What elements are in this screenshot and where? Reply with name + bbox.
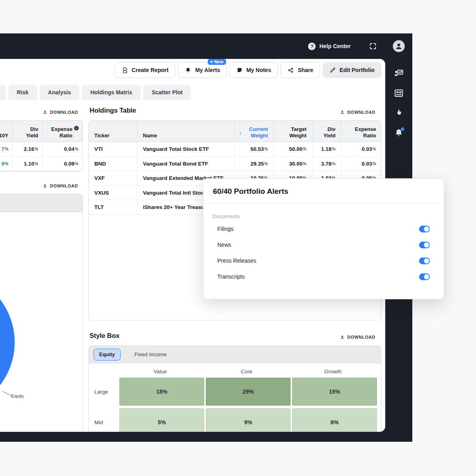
edit-portfolio-button[interactable]: Edit Portfolio xyxy=(323,62,381,78)
alert-label: Press Releases xyxy=(217,258,256,264)
news-toggle[interactable] xyxy=(419,242,430,248)
share-icon xyxy=(287,67,294,74)
style-box-tab-fixed-income[interactable]: Fixed Income xyxy=(129,349,172,360)
person-icon xyxy=(394,41,404,51)
fullscreen-button[interactable] xyxy=(369,42,377,50)
note-icon xyxy=(236,67,243,73)
tab-label: Risk xyxy=(17,89,29,96)
my-alerts-label: My Alerts xyxy=(195,67,220,73)
cell-ticker[interactable]: VXF xyxy=(89,171,137,186)
tab-risk[interactable]: Risk xyxy=(8,85,37,100)
help-center-label: Help Center xyxy=(319,43,351,49)
download-button[interactable]: DOWNLOAD xyxy=(42,183,78,189)
tab-analysis[interactable]: Analysis xyxy=(40,85,80,100)
row-label-large: Large xyxy=(89,378,118,406)
my-alerts-wrap: ✦ New My Alerts xyxy=(178,62,227,78)
news-icon[interactable] xyxy=(393,88,404,99)
tab-holdings-matrix[interactable]: Holdings Matrix xyxy=(82,85,140,100)
my-notes-button[interactable]: My Notes xyxy=(230,62,278,78)
sparkle-icon: ✦ xyxy=(210,60,213,64)
flame-icon[interactable] xyxy=(393,107,404,119)
cell-current-weight: 29.35% xyxy=(235,157,274,172)
alert-row-transcripts: Transcripts xyxy=(217,269,430,285)
cell-ticker[interactable]: TLT xyxy=(89,200,137,215)
cell-10y: 9% xyxy=(0,157,13,172)
holdings-table-title: Holdings Table xyxy=(90,107,136,114)
pencil-icon xyxy=(330,67,336,73)
modal-title: 60/40 Portfolio Alerts xyxy=(203,179,444,196)
toggle-knob xyxy=(424,226,429,232)
col-header-expense-ratio[interactable]: Expense Ratio xyxy=(341,121,381,142)
alert-label: Filings xyxy=(217,226,233,232)
cell-div-yield: 1.18% xyxy=(312,142,341,157)
advisor-presentation-icon[interactable] xyxy=(393,68,404,79)
share-button[interactable]: Share xyxy=(281,62,320,78)
toggle-knob xyxy=(424,274,429,279)
toggle-knob xyxy=(424,242,429,248)
cell-name: Vanguard Total Bond ETF xyxy=(137,157,235,172)
tab-scatter-plot[interactable]: Scatter Plot xyxy=(143,85,191,100)
download-label: DOWNLOAD xyxy=(347,335,375,339)
tab-partial[interactable] xyxy=(0,85,6,100)
top-bar: ? Help Center xyxy=(0,33,412,59)
new-badge: ✦ New xyxy=(208,59,226,65)
edit-portfolio-label: Edit Portfolio xyxy=(339,67,375,73)
style-box-title: Style Box xyxy=(90,332,119,339)
allocation-card: Equity xyxy=(0,194,83,432)
col-header-expense-ratio[interactable]: Expense Ratio i xyxy=(43,121,82,142)
transcripts-toggle[interactable] xyxy=(419,273,430,280)
documents-section-label: Documents xyxy=(213,213,444,219)
alert-label: Transcripts xyxy=(217,273,245,280)
column-header-growth: Growth xyxy=(291,369,375,375)
tab-label: Analysis xyxy=(48,89,71,96)
alert-row-filings: Filings xyxy=(217,221,430,237)
info-icon: i xyxy=(74,125,79,131)
modal-header: 60/40 Portfolio Alerts xyxy=(203,179,444,203)
row-label-mid: Mid xyxy=(89,408,118,432)
filings-toggle[interactable] xyxy=(419,226,430,232)
col-header-div-yield[interactable]: Div Yield xyxy=(13,121,43,142)
mini-table-card: 10Y Div Yield Expense Ratio i 7% 2.16% 0… xyxy=(0,120,83,172)
col-header-current-weight[interactable]: ↓ Current Weight xyxy=(235,121,274,142)
download-button[interactable]: DOWNLOAD xyxy=(339,334,375,340)
portfolio-alerts-modal: 60/40 Portfolio Alerts Documents Filings… xyxy=(203,178,444,299)
bell-icon xyxy=(185,67,191,74)
download-button[interactable]: DOWNLOAD xyxy=(339,109,375,115)
cell-expense-ratio: 0.03% xyxy=(341,142,381,157)
holdings-download-row: DOWNLOAD xyxy=(239,109,375,116)
col-header-ticker[interactable]: Ticker xyxy=(89,121,137,142)
svg-text:i: i xyxy=(76,127,77,130)
col-header-target-weight[interactable]: Target Weight xyxy=(274,121,312,142)
notifications-bell-icon[interactable] xyxy=(393,127,404,139)
fullscreen-icon xyxy=(369,42,377,50)
cell-ticker[interactable]: VXUS xyxy=(89,186,137,201)
col-header-name[interactable]: Name xyxy=(137,121,235,142)
cell-ticker[interactable]: BND xyxy=(89,157,137,172)
download-button[interactable]: DOWNLOAD xyxy=(42,109,78,115)
user-avatar[interactable] xyxy=(393,40,405,52)
cell-target-weight: 30.00% xyxy=(274,157,312,172)
create-report-button[interactable]: Create Report xyxy=(115,62,176,78)
cell-div-yield: 3.78% xyxy=(312,157,341,172)
help-center-button[interactable]: ? Help Center xyxy=(308,43,351,50)
col-header-10y[interactable]: 10Y xyxy=(0,121,13,142)
alert-label: News xyxy=(217,242,231,248)
download-label: DOWNLOAD xyxy=(50,183,78,188)
tab-label: Scatter Plot xyxy=(152,89,183,96)
style-cell-mid-value: 5% xyxy=(119,408,204,432)
column-header-core: Core xyxy=(204,369,289,375)
style-box-tab-equity[interactable]: Equity xyxy=(94,349,121,361)
allocation-card-toolbar xyxy=(0,194,82,212)
cell-div-yield: 1.10% xyxy=(13,157,43,172)
notification-badge-dot xyxy=(401,127,404,131)
style-box-grid: Large 18% 29% 15% Mid 5% 9% 8% xyxy=(89,378,381,432)
download-label: DOWNLOAD xyxy=(347,110,375,115)
cell-ticker[interactable]: VTI xyxy=(89,142,137,157)
style-cell-large-growth: 15% xyxy=(292,378,377,406)
style-box-card: Equity Fixed Income Value Core Growth La… xyxy=(88,345,381,432)
cell-current-weight: 50.53% xyxy=(235,142,274,157)
column-header-value: Value xyxy=(118,369,203,375)
press-releases-toggle[interactable] xyxy=(419,258,430,264)
alert-row-press-releases: Press Releases xyxy=(217,253,430,269)
col-header-div-yield[interactable]: Div Yield xyxy=(312,121,341,142)
